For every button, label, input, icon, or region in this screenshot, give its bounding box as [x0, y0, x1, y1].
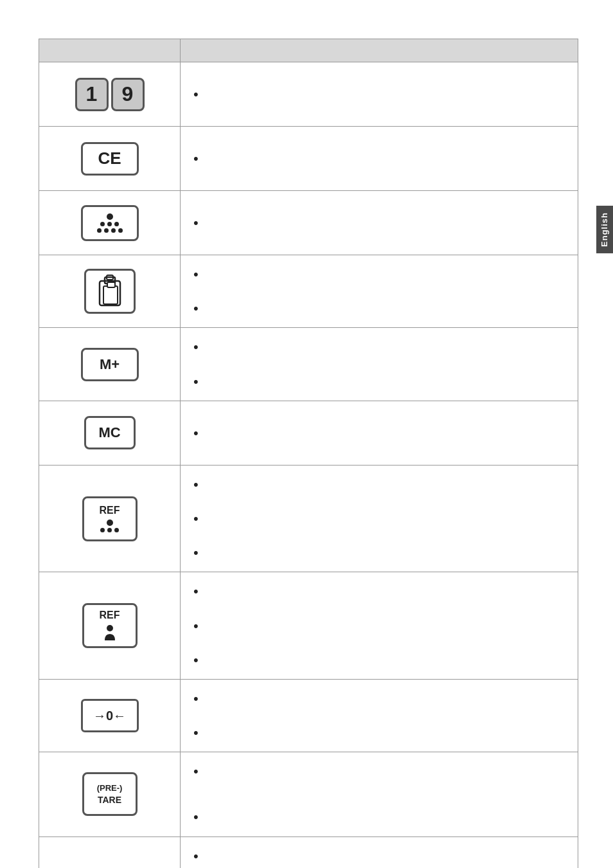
- key-pre-tare[interactable]: (PRE-) TARE: [82, 772, 138, 816]
- table-row: •: [39, 191, 578, 255]
- table-row: REF • • •: [39, 466, 578, 573]
- table-row: REF • • •: [39, 572, 578, 680]
- clipboard-icon: [96, 275, 124, 308]
- desc-mc: •: [181, 401, 578, 465]
- svg-rect-4: [107, 282, 115, 287]
- table-row: (PRE-) TARE • •: [39, 752, 578, 836]
- svg-rect-3: [103, 286, 118, 304]
- bullet: •: [193, 263, 565, 285]
- key-mc[interactable]: MC: [84, 416, 136, 449]
- desc-zero: • •: [181, 680, 578, 752]
- bullet: •: [193, 83, 565, 105]
- desc-dots: •: [181, 191, 578, 255]
- table-row: 1 9 •: [39, 62, 578, 127]
- bullet: •: [193, 721, 565, 744]
- header-col-desc: [181, 39, 578, 62]
- icon-num-keys: 1 9: [39, 62, 181, 126]
- icon-onoff: ON/OFF (PRE-) TARE: [39, 837, 181, 868]
- key-zero[interactable]: →0←: [81, 699, 139, 732]
- bullet: •: [193, 580, 565, 602]
- icon-ref-person: REF: [39, 572, 181, 679]
- header-col-icon: [39, 39, 181, 62]
- num-keys-group: 1 9: [75, 78, 145, 111]
- table-row: CE •: [39, 127, 578, 191]
- pre-bracket-label: (PRE-): [97, 782, 123, 794]
- bullet: •: [193, 760, 565, 782]
- icon-ref-dots: REF: [39, 466, 181, 572]
- bullet: •: [193, 297, 565, 320]
- table-row: M+ • •: [39, 328, 578, 401]
- desc-mplus: • •: [181, 328, 578, 400]
- page: English 1 9 • CE •: [0, 0, 613, 868]
- main-table: 1 9 • CE •: [39, 39, 578, 868]
- icon-ce: CE: [39, 127, 181, 190]
- bullet: •: [193, 845, 565, 867]
- key-clipboard[interactable]: [84, 269, 136, 314]
- english-side-tab: English: [596, 206, 613, 253]
- icon-zero: →0←: [39, 680, 181, 752]
- bullet: •: [193, 615, 565, 637]
- bullet: •: [193, 806, 565, 828]
- key-9[interactable]: 9: [111, 78, 145, 111]
- desc-clipboard: • •: [181, 255, 578, 327]
- desc-ref-dots: • • •: [181, 466, 578, 572]
- bullet: •: [193, 212, 565, 234]
- bullet: •: [193, 147, 565, 170]
- table-row: →0← • •: [39, 680, 578, 752]
- key-ce[interactable]: CE: [81, 142, 139, 176]
- desc-num-keys: •: [181, 62, 578, 126]
- desc-onoff: • • •: [181, 837, 578, 868]
- bullet: •: [193, 649, 565, 671]
- bullet: •: [193, 422, 565, 444]
- ref-label-2: REF: [100, 610, 120, 621]
- bullet: •: [193, 336, 565, 358]
- key-mplus[interactable]: M+: [81, 348, 139, 381]
- table-row: MC •: [39, 401, 578, 466]
- ref-dots-pattern: [100, 520, 119, 532]
- table-header-row: [39, 39, 578, 62]
- side-tab-label: English: [600, 212, 609, 247]
- icon-dots: [39, 191, 181, 255]
- ref-label: REF: [100, 505, 120, 516]
- tare-label: TARE: [98, 794, 121, 807]
- bullet: •: [193, 370, 565, 393]
- icon-pre-tare: (PRE-) TARE: [39, 752, 181, 836]
- bullet: •: [193, 507, 565, 530]
- table-row: ON/OFF (PRE-) TARE • • •: [39, 837, 578, 868]
- key-ref-dots[interactable]: REF: [82, 496, 138, 541]
- icon-mplus: M+: [39, 328, 181, 400]
- icon-clipboard: [39, 255, 181, 327]
- key-1[interactable]: 1: [75, 78, 109, 111]
- bullet: •: [193, 473, 565, 496]
- icon-mc: MC: [39, 401, 181, 465]
- bullet: •: [193, 687, 565, 710]
- table-row: • •: [39, 255, 578, 328]
- key-ref-person[interactable]: REF: [82, 603, 138, 648]
- person-icon: [103, 624, 117, 642]
- desc-ref-person: • • •: [181, 572, 578, 679]
- desc-ce: •: [181, 127, 578, 190]
- dots-pattern: [97, 213, 123, 233]
- bullet: •: [193, 541, 565, 564]
- desc-pre-tare: • •: [181, 752, 578, 836]
- svg-point-5: [107, 625, 113, 631]
- key-dots[interactable]: [81, 205, 139, 241]
